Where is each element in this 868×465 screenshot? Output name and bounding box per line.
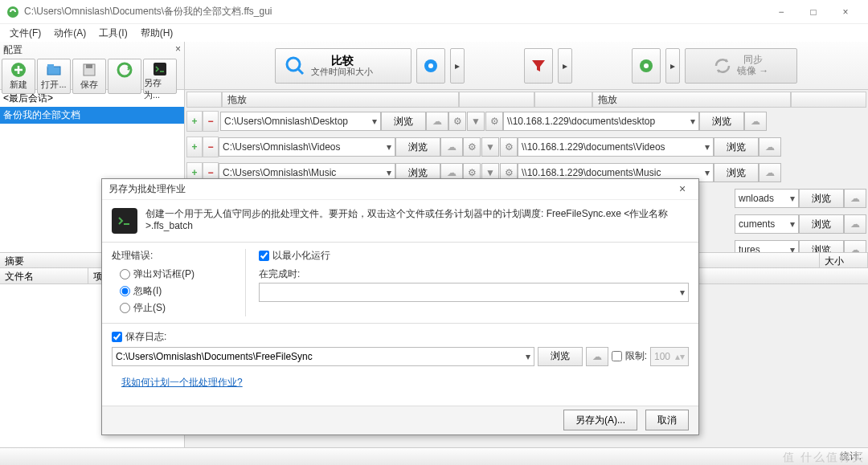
config-panel-close-icon[interactable]: ×: [175, 43, 181, 57]
log-path-input[interactable]: C:\Users\Omnislash\Documents\FreeFileSyn…: [112, 347, 534, 366]
right-browse-button[interactable]: 浏览: [799, 189, 844, 208]
menu-file[interactable]: 文件(F): [3, 25, 47, 42]
pair-filter-button[interactable]: ▼: [481, 137, 499, 157]
config-panel-title: 配置: [3, 43, 23, 57]
sync-dropdown-button[interactable]: ▸: [665, 48, 680, 84]
right-cloud-button[interactable]: ☁: [744, 112, 767, 131]
right-cloud-button[interactable]: ☁: [844, 189, 866, 208]
left-cloud-button[interactable]: ☁: [426, 112, 448, 131]
limit-spinner[interactable]: 100▴▾: [650, 347, 689, 366]
new-button[interactable]: 新建: [2, 59, 35, 94]
remove-pair-button[interactable]: −: [203, 137, 219, 157]
left-path-value: C:\Users\Omnislash\Videos: [223, 141, 341, 153]
menu-help[interactable]: 帮助(H): [134, 25, 180, 42]
pair-gear-button[interactable]: ⚙: [448, 112, 466, 131]
log-cloud-button[interactable]: ☁: [586, 347, 608, 366]
on-finish-label: 在完成时:: [259, 267, 689, 281]
pair-mid-controls: ⚙ ▼ ⚙: [448, 112, 503, 131]
filter-dropdown-button[interactable]: ▸: [558, 48, 572, 84]
left-path-input[interactable]: C:\Users\Omnislash\Desktop▾: [220, 112, 381, 131]
pair-sync-button[interactable]: ⚙: [485, 112, 503, 131]
chevron-down-icon: ▾: [705, 141, 710, 153]
right-path-input[interactable]: \\10.168.1.229\documents\Videos▾: [518, 137, 714, 157]
svg-point-6: [118, 63, 131, 76]
right-cloud-button[interactable]: ☁: [759, 163, 781, 182]
compare-settings-button[interactable]: [416, 48, 445, 84]
mid-header: [534, 92, 592, 108]
right-browse-button[interactable]: 浏览: [714, 163, 759, 182]
add-pair-button[interactable]: +: [186, 137, 203, 157]
right-path-value: wnloads: [739, 193, 774, 204]
sync-settings-button[interactable]: [632, 48, 661, 84]
radio-ignore[interactable]: 忽略(I): [112, 283, 232, 300]
sync-sublabel: 镜像 →: [737, 66, 768, 76]
summary-size-label: 大小: [820, 253, 868, 267]
svg-rect-5: [86, 64, 92, 68]
new-icon: [10, 61, 27, 79]
on-finish-input[interactable]: ▾: [259, 283, 689, 302]
svg-rect-3: [47, 64, 54, 67]
add-pair-button[interactable]: +: [186, 111, 203, 132]
save-as-batch-button[interactable]: 另存为...: [143, 59, 177, 94]
spinner-arrows-icon: ▴▾: [675, 351, 685, 362]
remove-pair-button[interactable]: −: [203, 111, 219, 132]
minimize-button[interactable]: −: [765, 0, 797, 24]
chevron-down-icon: ▾: [387, 167, 391, 178]
help-link[interactable]: 我如何计划一个批处理作业?: [112, 366, 252, 399]
save-log-checkbox[interactable]: 保存日志:: [112, 330, 689, 344]
spacer: [123, 79, 125, 88]
compare-button[interactable]: 比较 文件时间和大小: [275, 48, 411, 84]
open-button[interactable]: 打开...: [37, 59, 71, 94]
cancel-button[interactable]: 取消: [645, 410, 689, 430]
menu-tools[interactable]: 工具(I): [92, 25, 133, 42]
svg-rect-7: [154, 63, 166, 75]
pair-sync-button[interactable]: ⚙: [500, 137, 518, 157]
svg-rect-2: [47, 67, 60, 75]
window-title: C:\Users\Omnislash\Documents\备份我的全部文档.ff…: [24, 5, 765, 18]
radio-stop[interactable]: 停止(S): [112, 300, 232, 316]
pair-controls-header: [186, 92, 222, 108]
filter-button[interactable]: [524, 48, 553, 84]
right-path-input[interactable]: \\10.168.1.229\documents\desktop▾: [503, 112, 699, 131]
compare-dropdown-button[interactable]: ▸: [450, 48, 465, 84]
folder-pair-row: + − C:\Users\Omnislash\Desktop▾ 浏览 ☁ ⚙ ▼…: [186, 109, 866, 133]
right-cloud-button[interactable]: ☁: [844, 214, 866, 234]
pair-filter-button[interactable]: ▼: [467, 112, 485, 131]
save-button[interactable]: 保存: [72, 59, 106, 94]
limit-checkbox[interactable]: 限制:: [612, 349, 647, 363]
sync-label: 同步: [743, 55, 763, 65]
dialog-close-button[interactable]: ×: [673, 182, 692, 195]
right-browse-button[interactable]: 浏览: [799, 214, 844, 234]
right-path-value: cuments: [739, 218, 775, 230]
cloud-icon: ☁: [765, 141, 775, 153]
maximize-button[interactable]: □: [797, 0, 829, 24]
chevron-down-icon: ▾: [387, 141, 391, 153]
left-browse-button[interactable]: 浏览: [381, 112, 426, 131]
save-as-sync-button[interactable]: [108, 59, 141, 94]
left-path-input[interactable]: C:\Users\Omnislash\Videos▾: [219, 137, 395, 157]
pair-gear-button[interactable]: ⚙: [463, 137, 481, 157]
menu-actions[interactable]: 动作(A): [47, 25, 92, 42]
save-as-button[interactable]: 另存为(A)...: [563, 410, 637, 430]
left-browse-button[interactable]: 浏览: [395, 137, 440, 157]
right-cloud-button[interactable]: ☁: [759, 137, 781, 157]
right-browse-button[interactable]: 浏览: [699, 112, 744, 131]
minimize-checkbox[interactable]: 以最小化运行: [259, 249, 689, 263]
left-path-value: C:\Users\Omnislash\Music: [223, 167, 336, 178]
gear-icon: [422, 57, 440, 75]
right-path-input[interactable]: wnloads▾: [735, 189, 799, 208]
save-as-label: 另存为...: [144, 77, 176, 101]
cloud-icon: ☁: [447, 167, 457, 178]
left-cloud-button[interactable]: ☁: [440, 137, 463, 157]
log-browse-button[interactable]: 浏览: [538, 347, 583, 366]
radio-popup[interactable]: 弹出对话框(P): [112, 266, 232, 283]
sidebar-item-backup-docs[interactable]: 备份我的全部文档: [0, 107, 184, 124]
close-button[interactable]: ×: [829, 0, 862, 24]
filename-header[interactable]: 文件名: [0, 268, 88, 283]
right-path-input[interactable]: cuments▾: [735, 214, 799, 234]
sync-button[interactable]: 同步 镜像 →: [685, 48, 797, 84]
open-label: 打开...: [41, 79, 66, 91]
cloud-icon: ☁: [850, 193, 860, 204]
right-browse-button[interactable]: 浏览: [714, 137, 759, 157]
app-icon: [6, 6, 19, 18]
